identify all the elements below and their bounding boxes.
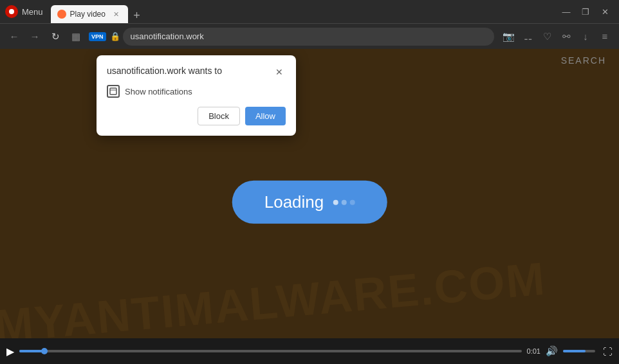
lock-icon: 🔒 [110, 32, 120, 41]
volume-fill [563, 350, 586, 352]
heart-icon[interactable]: ♡ [538, 28, 556, 46]
loading-button[interactable]: Loading [232, 181, 387, 224]
tab-close-button[interactable]: ✕ [111, 9, 122, 19]
active-tab[interactable]: Play video ✕ [51, 5, 128, 23]
search-label: SEARCH [561, 55, 606, 66]
dot-2 [341, 199, 346, 205]
maximize-button[interactable]: ❐ [577, 3, 595, 21]
popup-permission-text: Show notifications [125, 87, 192, 96]
menu-label[interactable]: Menu [22, 7, 43, 17]
loading-dots [333, 199, 355, 205]
dot-3 [349, 199, 355, 205]
minimize-button[interactable]: — [557, 3, 575, 21]
tab-strip: Play video ✕ + [51, 0, 553, 23]
forward-button[interactable]: → [26, 28, 44, 46]
address-text: usanotification.work [131, 32, 204, 41]
nav-right-buttons: 📷 ⚋ ♡ ⚯ ↓ ≡ [499, 28, 614, 46]
video-controls: ▶ 0:01 🔊 ⛶ [0, 338, 619, 364]
menu-icon[interactable]: ≡ [596, 28, 614, 46]
block-button[interactable]: Block [198, 107, 240, 125]
popup-header: usanotification.work wants to ✕ [107, 66, 286, 78]
reload-button[interactable]: ↻ [46, 28, 64, 46]
browser-frame: Menu Play video ✕ + — ❐ ✕ ← → ↻ ▦ VPN 🔒 … [0, 0, 619, 364]
popup-close-button[interactable]: ✕ [273, 66, 286, 78]
camera-icon[interactable]: 📷 [499, 28, 517, 46]
play-button[interactable]: ▶ [6, 345, 14, 358]
vpn-badge[interactable]: VPN [89, 32, 106, 41]
volume-bar[interactable] [563, 350, 595, 352]
video-progress-fill [19, 350, 44, 352]
webpage: SEARCH MYANTIMALWARE.COM Loading usanoti… [0, 49, 619, 364]
title-bar: Menu Play video ✕ + — ❐ ✕ [0, 0, 619, 23]
tab-favicon-icon [57, 10, 66, 19]
nav-bar: ← → ↻ ▦ VPN 🔒 usanotification.work 📷 ⚋ ♡… [0, 23, 619, 49]
tabs-button[interactable]: ▦ [67, 28, 85, 46]
new-tab-button[interactable]: + [129, 8, 145, 23]
allow-button[interactable]: Allow [245, 107, 286, 125]
close-button[interactable]: ✕ [596, 3, 614, 21]
fullscreen-button[interactable]: ⛶ [603, 346, 613, 357]
shield-icon[interactable]: ⚋ [519, 28, 537, 46]
wallet-icon[interactable]: ⚯ [557, 28, 575, 46]
volume-icon[interactable]: 🔊 [546, 345, 558, 357]
download-icon[interactable]: ↓ [577, 28, 595, 46]
notification-bell-icon [107, 85, 120, 98]
popup-actions: Block Allow [107, 107, 286, 125]
svg-rect-0 [110, 88, 116, 95]
address-bar[interactable]: usanotification.work [123, 28, 494, 46]
opera-logo-icon [5, 5, 18, 18]
popup-title: usanotification.work wants to [107, 66, 273, 76]
permission-popup: usanotification.work wants to ✕ Show not… [97, 55, 296, 136]
tab-title: Play video [70, 10, 106, 19]
watermark-text: MYANTIMALWARE.COM [0, 246, 619, 352]
popup-permission-row: Show notifications [107, 85, 286, 98]
video-time: 0:01 [527, 347, 540, 355]
progress-thumb [41, 348, 48, 354]
loading-label: Loading [264, 192, 324, 212]
back-button[interactable]: ← [5, 28, 23, 46]
window-controls: — ❐ ✕ [557, 3, 614, 21]
dot-1 [333, 199, 338, 205]
video-progress-bar[interactable] [19, 350, 522, 352]
